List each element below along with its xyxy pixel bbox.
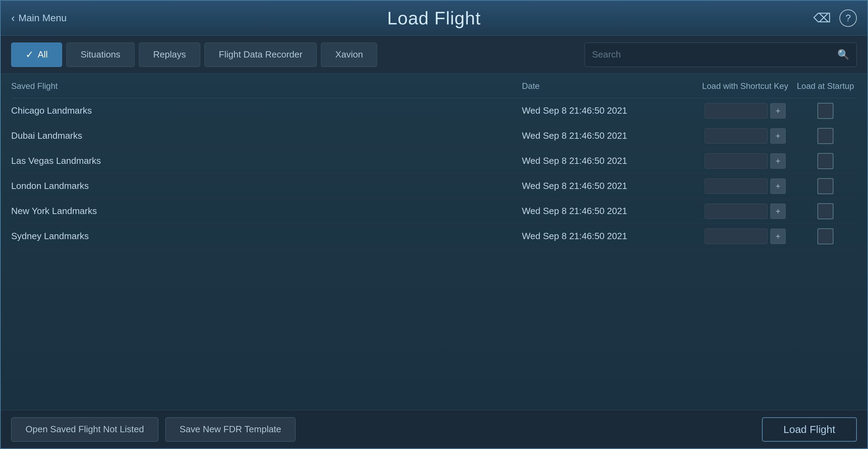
row-flight-name: Chicago Landmarks — [11, 105, 522, 116]
startup-checkbox[interactable] — [817, 178, 833, 194]
row-flight-name: London Landmarks — [11, 181, 522, 191]
search-input[interactable] — [592, 49, 837, 60]
shortcut-key-box[interactable] — [705, 153, 768, 169]
row-date: Wed Sep 8 21:46:50 2021 — [522, 105, 696, 116]
shortcut-key-box[interactable] — [705, 229, 768, 244]
search-container: 🔍 — [585, 43, 857, 67]
row-startup-cell — [794, 103, 857, 119]
add-shortcut-button[interactable]: + — [770, 204, 786, 219]
add-shortcut-button[interactable]: + — [770, 153, 786, 169]
row-startup-cell — [794, 228, 857, 244]
row-flight-name: Las Vegas Landmarks — [11, 155, 522, 166]
row-date: Wed Sep 8 21:46:50 2021 — [522, 155, 696, 166]
startup-checkbox[interactable] — [817, 228, 833, 244]
row-shortcut-cell: + — [696, 204, 794, 219]
table-row[interactable]: Dubai Landmarks Wed Sep 8 21:46:50 2021 … — [11, 123, 857, 149]
startup-checkbox[interactable] — [817, 203, 833, 219]
content-area: Saved Flight Date Load with Shortcut Key… — [1, 74, 867, 410]
row-startup-cell — [794, 128, 857, 144]
tab-replays-label: Replays — [153, 49, 186, 60]
shortcut-key-box[interactable] — [705, 178, 768, 194]
tab-xavion[interactable]: Xavion — [321, 43, 377, 67]
add-shortcut-button[interactable]: + — [770, 128, 786, 144]
row-startup-cell — [794, 178, 857, 194]
header: ‹ Main Menu Load Flight ⌫ ? — [1, 1, 867, 36]
tab-xavion-label: Xavion — [335, 49, 363, 60]
shortcut-key-box[interactable] — [705, 204, 768, 219]
row-date: Wed Sep 8 21:46:50 2021 — [522, 231, 696, 242]
row-shortcut-cell: + — [696, 128, 794, 144]
shortcut-key-box[interactable] — [705, 103, 768, 119]
row-shortcut-cell: + — [696, 178, 794, 194]
open-saved-flight-button[interactable]: Open Saved Flight Not Listed — [11, 417, 158, 442]
row-shortcut-cell: + — [696, 153, 794, 169]
table-row[interactable]: London Landmarks Wed Sep 8 21:46:50 2021… — [11, 174, 857, 199]
row-startup-cell — [794, 203, 857, 219]
tab-situations-label: Situations — [81, 49, 120, 60]
shortcut-key-box[interactable] — [705, 128, 768, 144]
row-shortcut-cell: + — [696, 229, 794, 244]
tab-all-label: All — [38, 49, 48, 60]
table-header: Saved Flight Date Load with Shortcut Key… — [11, 74, 857, 98]
tab-all[interactable]: ✓ All — [11, 43, 62, 67]
tab-situations[interactable]: Situations — [66, 43, 135, 67]
startup-checkbox[interactable] — [817, 153, 833, 169]
load-flight-button[interactable]: Load Flight — [762, 417, 857, 442]
startup-checkbox[interactable] — [817, 128, 833, 144]
table-row[interactable]: New York Landmarks Wed Sep 8 21:46:50 20… — [11, 199, 857, 224]
toolbar: ✓ All Situations Replays Flight Data Rec… — [1, 36, 867, 74]
col-header-date: Date — [522, 81, 696, 91]
row-date: Wed Sep 8 21:46:50 2021 — [522, 181, 696, 191]
add-shortcut-button[interactable]: + — [770, 229, 786, 244]
save-fdr-template-button[interactable]: Save New FDR Template — [165, 417, 295, 442]
table-row[interactable]: Sydney Landmarks Wed Sep 8 21:46:50 2021… — [11, 224, 857, 249]
row-flight-name: Dubai Landmarks — [11, 130, 522, 141]
row-shortcut-cell: + — [696, 103, 794, 119]
table-body: Chicago Landmarks Wed Sep 8 21:46:50 202… — [11, 98, 857, 410]
startup-checkbox[interactable] — [817, 103, 833, 119]
help-icon[interactable]: ? — [839, 9, 857, 27]
tab-fdr-label: Flight Data Recorder — [219, 49, 302, 60]
app-window: ‹ Main Menu Load Flight ⌫ ? ✓ All Situat… — [0, 0, 868, 449]
tab-replays[interactable]: Replays — [139, 43, 200, 67]
add-shortcut-button[interactable]: + — [770, 103, 786, 119]
col-header-flight: Saved Flight — [11, 81, 522, 91]
header-icons: ⌫ ? — [813, 9, 857, 27]
back-arrow-icon: ‹ — [11, 12, 15, 24]
row-startup-cell — [794, 153, 857, 169]
footer: Open Saved Flight Not Listed Save New FD… — [1, 410, 867, 448]
back-label: Main Menu — [18, 13, 67, 24]
settings-icon[interactable]: ⌫ — [813, 11, 831, 25]
page-title: Load Flight — [387, 8, 481, 29]
add-shortcut-button[interactable]: + — [770, 178, 786, 194]
check-icon: ✓ — [25, 49, 33, 60]
col-header-shortcut: Load with Shortcut Key — [696, 81, 794, 91]
back-button[interactable]: ‹ Main Menu — [11, 12, 67, 24]
table-row[interactable]: Las Vegas Landmarks Wed Sep 8 21:46:50 2… — [11, 149, 857, 174]
tab-fdr[interactable]: Flight Data Recorder — [204, 43, 317, 67]
row-flight-name: New York Landmarks — [11, 206, 522, 216]
search-icon[interactable]: 🔍 — [837, 49, 850, 60]
table-row[interactable]: Chicago Landmarks Wed Sep 8 21:46:50 202… — [11, 98, 857, 123]
col-header-startup: Load at Startup — [794, 81, 857, 91]
row-date: Wed Sep 8 21:46:50 2021 — [522, 206, 696, 216]
row-date: Wed Sep 8 21:46:50 2021 — [522, 130, 696, 141]
row-flight-name: Sydney Landmarks — [11, 231, 522, 242]
